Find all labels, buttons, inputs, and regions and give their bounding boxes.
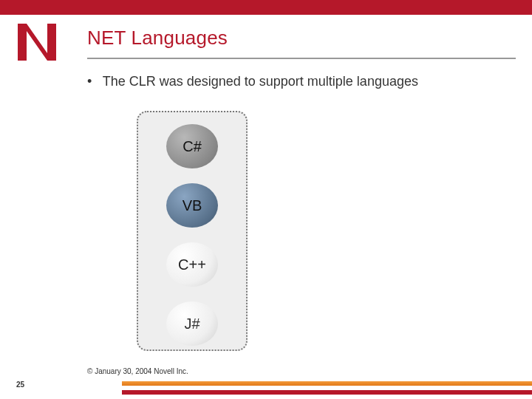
bullet-dot-icon: • xyxy=(87,74,99,89)
footer-accent-bars xyxy=(122,381,532,395)
svg-rect-0 xyxy=(18,24,27,61)
language-jsharp-badge: J# xyxy=(166,301,218,346)
bullet-text: The CLR was designed to support multiple… xyxy=(103,74,418,89)
language-csharp-badge: C# xyxy=(166,124,218,168)
brand-top-bar xyxy=(0,0,532,15)
language-cpp-badge: C++ xyxy=(166,242,218,287)
language-label: C# xyxy=(183,138,202,155)
accent-bar-red xyxy=(122,390,532,395)
copyright-text: © January 30, 2004 Novell Inc. xyxy=(87,367,188,375)
novell-logo xyxy=(18,24,56,61)
language-label: C++ xyxy=(178,256,206,273)
language-label: VB xyxy=(183,197,202,214)
language-group-box: C# VB C++ J# xyxy=(137,111,248,351)
slide-title: NET Languages xyxy=(87,27,228,50)
svg-marker-2 xyxy=(27,24,47,61)
title-divider xyxy=(87,58,516,59)
language-vb-badge: VB xyxy=(166,183,218,228)
svg-rect-1 xyxy=(47,24,56,61)
bullet-item: • The CLR was designed to support multip… xyxy=(87,74,516,89)
page-number: 25 xyxy=(16,381,24,389)
language-label: J# xyxy=(184,316,200,332)
